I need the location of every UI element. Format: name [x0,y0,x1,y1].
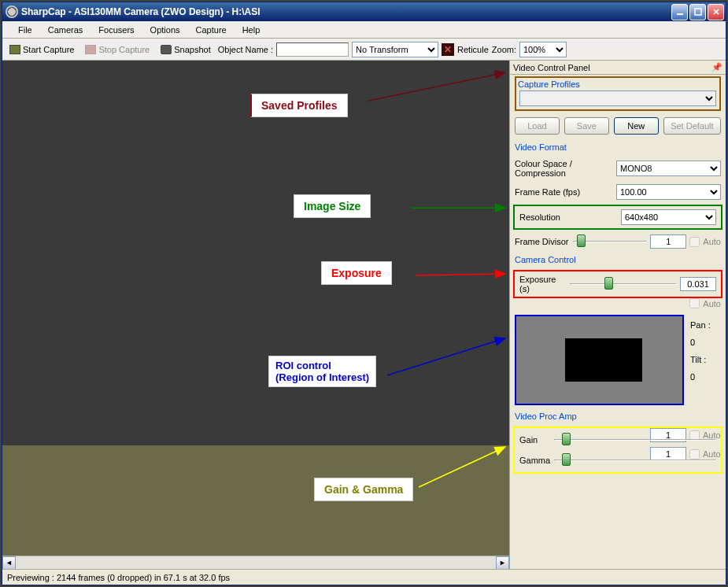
svg-rect-0 [677,13,683,15]
tilt-label: Tilt : [690,355,706,364]
frame-rate-select[interactable]: 100.00 [616,184,721,200]
statusbar: Previewing : 2144 frames (0 dropped) in … [2,569,726,585]
reticule-icon[interactable]: ✕ [442,43,454,56]
resolution-label: Resolution [519,212,618,222]
panel-header: Video Control Panel 📌 [510,61,726,75]
app-window: SharpCap - ASI130MM Camera (ZWO Design) … [2,2,726,585]
new-profile-button[interactable]: New [614,117,659,135]
frame-divisor-slider[interactable] [573,234,647,249]
status-text: Previewing : 2144 frames (0 dropped) in … [7,573,230,582]
camera-control-title: Camera Control [515,255,721,264]
resolution-select[interactable]: 640x480 [621,209,716,225]
transform-select[interactable]: No Transform [352,42,438,57]
svg-line-4 [415,274,505,275]
color-space-label: Colour Space / Compression [515,159,613,178]
auto-label: Auto [703,299,721,308]
tilt-value: 0 [690,372,695,382]
start-capture-button[interactable]: Start Capture [6,42,78,57]
frame-divisor-label: Frame Divisor [515,237,570,246]
reticule-label: Reticule [457,45,489,54]
minimize-button[interactable] [671,4,688,20]
gain-label: Gain [519,435,551,445]
exposure-auto-checkbox [689,298,700,308]
capture-profiles-title: Capture Profiles [518,79,716,89]
pan-label: Pan : [690,320,711,330]
scroll-left-button[interactable]: ◄ [2,556,16,570]
svg-rect-1 [695,9,701,15]
annot-exposure: Exposure [321,261,392,285]
camera-stop-icon [85,45,96,54]
annot-roi: ROI control (Region of Interest) [268,356,376,387]
stop-capture-button: Stop Capture [81,42,153,57]
zoom-select[interactable]: 100% [519,42,567,57]
video-control-panel: Video Control Panel 📌 Capture Profiles L… [509,61,726,569]
exposure-input[interactable] [680,277,716,291]
capture-profiles-select[interactable] [519,90,716,106]
menu-cameras[interactable]: Cameras [40,24,91,36]
pin-icon[interactable]: 📌 [711,62,722,72]
color-space-select[interactable]: MONO8 [616,161,721,176]
frame-rate-label: Frame Rate (fps) [515,187,613,197]
horizontal-scrollbar[interactable]: ◄ ► [2,556,509,569]
annot-image-size: Image Size [294,194,371,218]
pan-value: 0 [690,338,695,347]
annot-saved-profiles: Saved Profiles [250,94,348,117]
set-default-profile-button: Set Default [663,117,721,135]
snapshot-icon [161,45,172,54]
frame-divisor-input[interactable] [650,234,686,249]
svg-line-2 [368,72,505,101]
video-format-title: Video Format [515,142,721,152]
scroll-right-button[interactable]: ► [496,556,509,570]
menu-options[interactable]: Options [142,24,188,36]
zoom-label: Zoom: [492,45,516,54]
exposure-slider[interactable] [570,277,677,291]
object-name-input[interactable] [276,42,349,57]
menu-file[interactable]: File [10,24,40,36]
menubar: File Cameras Focusers Options Capture He… [2,21,726,39]
menu-help[interactable]: Help [235,24,268,36]
svg-line-5 [387,338,505,375]
save-profile-button: Save [564,117,609,135]
preview-band [2,445,509,556]
close-button[interactable] [708,4,724,20]
auto-label: Auto [703,237,721,246]
roi-rect[interactable] [565,338,642,382]
video-proc-amp-title: Video Proc Amp [515,412,721,421]
snapshot-label: Snapshot [174,45,210,54]
object-name-label: Object Name : [218,45,273,54]
window-title: SharpCap - ASI130MM Camera (ZWO Design) … [21,6,671,17]
app-icon [6,6,18,18]
roi-area[interactable] [515,315,684,405]
panel-title-label: Video Control Panel [513,63,590,72]
gamma-label: Gamma [519,456,551,465]
gain-slider[interactable] [554,433,716,447]
preview-area[interactable]: Saved Profiles Image Size Exposure ROI c… [2,61,509,556]
toolbar: Start Capture Stop Capture Snapshot Obje… [2,39,726,61]
load-profile-button: Load [515,117,560,135]
snapshot-button[interactable]: Snapshot [157,42,214,57]
gamma-slider[interactable] [554,453,716,467]
annot-gain: Gain & Gamma [314,478,413,501]
titlebar: SharpCap - ASI130MM Camera (ZWO Design) … [2,2,726,21]
start-capture-label: Start Capture [23,45,74,54]
stop-capture-label: Stop Capture [98,45,150,54]
frame-divisor-auto-checkbox [689,237,700,247]
menu-focusers[interactable]: Focusers [91,24,142,36]
exposure-label: Exposure (s) [519,275,567,294]
menu-capture[interactable]: Capture [188,24,235,36]
capture-profiles-group: Capture Profiles [515,76,721,111]
maximize-button[interactable] [689,4,706,20]
camera-record-icon [9,45,20,54]
